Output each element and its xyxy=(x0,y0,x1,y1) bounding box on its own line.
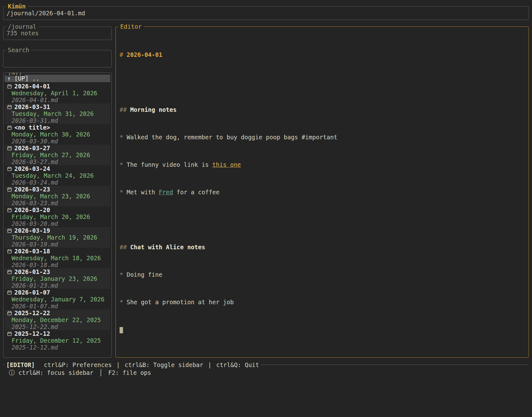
app-title: Kimün xyxy=(6,3,27,10)
note-list-item[interactable]: 2026-03-23 Monday, March 23, 2026 2026-0… xyxy=(5,186,110,206)
notes-list: 2026-04-01 Wednesday, April 1, 2026 2026… xyxy=(5,83,110,351)
editor-line-bullet-video: *The funny video link is this one xyxy=(120,161,525,168)
mode-indicator: [EDITOR] xyxy=(6,361,35,368)
note-title: <no title> xyxy=(14,124,50,131)
editor-line-bullet-fred: *Met with Fred for a coffee xyxy=(120,189,525,196)
note-title: 2026-03-27 xyxy=(14,145,50,151)
note-date: Wednesday, January 7, 2026 xyxy=(7,296,110,303)
editor-panel-title: Editor xyxy=(118,23,144,30)
md-bullet-marker: * xyxy=(120,134,123,141)
note-list-item[interactable]: 2026-04-01 Wednesday, April 1, 2026 2026… xyxy=(5,83,110,103)
editor-cursor-line xyxy=(120,326,525,333)
folder-panel-title: /journal xyxy=(6,23,38,30)
section-heading-morning: Morning notes xyxy=(130,106,177,113)
link-this-one[interactable]: this one xyxy=(212,161,241,168)
note-list-item[interactable]: 2026-03-27 Friday, March 27, 2026 2026-0… xyxy=(5,145,110,165)
md-h2-marker: ## xyxy=(120,106,127,113)
note-filename: 2025-12-22.md xyxy=(7,323,110,330)
main-area: /journal 735 notes Search [N↓] ↑ [UP] .. xyxy=(3,27,529,358)
calendar-icon xyxy=(7,208,12,212)
calendar-icon xyxy=(7,270,12,274)
note-list-item[interactable]: 2026-03-19 Thursday, March 19, 2026 2026… xyxy=(5,227,110,248)
note-filename: 2026-01-07.md xyxy=(7,303,110,310)
status-bar: [EDITOR] ctrl&P: Preferences | ctrl&B: T… xyxy=(3,365,529,376)
note-filename: 2026-03-24.md xyxy=(7,179,110,186)
note-title: 2026-01-23 xyxy=(14,268,50,275)
editor-line-bullet-promotion: *She got a promotion at her job xyxy=(120,299,525,305)
note-filename: 2026-03-31.md xyxy=(7,117,110,124)
note-date: Tuesday, March 31, 2026 xyxy=(7,110,110,117)
note-title: 2026-04-01 xyxy=(14,83,50,90)
note-date: Wednesday, March 18, 2026 xyxy=(7,255,110,261)
bullet-text: The funny video link is xyxy=(126,161,212,168)
note-date: Monday, March 23, 2026 xyxy=(7,193,110,200)
note-heading: 2026-04-01 xyxy=(126,51,162,58)
note-title: 2026-03-24 xyxy=(14,165,50,172)
md-bullet-marker: * xyxy=(120,271,123,278)
calendar-icon xyxy=(7,187,12,192)
bullet-text: She got a promotion at her job xyxy=(126,299,234,305)
md-bullet-marker: * xyxy=(120,299,123,305)
editor-line-bullet-fine: *Doing fine xyxy=(120,271,525,278)
note-filename: 2026-03-27.md xyxy=(7,158,110,165)
note-list-item[interactable]: 2026-03-18 Wednesday, March 18, 2026 202… xyxy=(5,248,110,268)
hashtag-important: #important xyxy=(302,134,337,141)
editor-blank-line xyxy=(120,216,525,223)
hint-preferences: ctrl&P: Preferences xyxy=(44,361,112,368)
calendar-icon xyxy=(7,84,12,89)
note-title: 2026-03-19 xyxy=(14,227,50,234)
note-list-item[interactable]: <no title> Monday, March 30, 2026 2026-0… xyxy=(5,124,110,145)
note-filename: 2026-03-19.md xyxy=(7,241,110,248)
note-title: 2026-01-07 xyxy=(14,289,50,296)
note-list-item[interactable]: 2026-01-23 Friday, January 23, 2026 2026… xyxy=(5,268,110,289)
note-title: 2026-03-18 xyxy=(14,248,50,255)
note-list-item[interactable]: 2026-01-07 Wednesday, January 7, 2026 20… xyxy=(5,289,110,310)
bullet-text: for a coffee xyxy=(173,189,219,196)
calendar-icon xyxy=(7,331,12,336)
note-date: Thursday, March 19, 2026 xyxy=(7,234,110,241)
calendar-icon xyxy=(7,311,12,315)
editor-line-h2-morning: ##Morning notes xyxy=(120,106,525,113)
md-bullet-marker: * xyxy=(120,161,123,168)
note-filename: 2026-03-20.md xyxy=(7,220,110,227)
calendar-icon xyxy=(7,290,12,295)
calendar-icon xyxy=(7,228,12,233)
hint-separator: | xyxy=(208,361,211,368)
hint-toggle-sidebar: ctrl&B: Toggle sidebar xyxy=(125,361,203,368)
note-date: Monday, March 30, 2026 xyxy=(7,131,110,138)
hint-separator: │ xyxy=(99,369,102,376)
hint-focus-sidebar: ctrl&H: focus sidebar xyxy=(18,369,93,376)
editor-panel: Editor #2026-04-01 ##Morning notes *Walk… xyxy=(116,27,529,358)
link-fred[interactable]: Fred xyxy=(159,189,173,196)
note-list-item[interactable]: 2026-03-31 Tuesday, March 31, 2026 2026-… xyxy=(5,103,110,124)
note-title: 2026-03-20 xyxy=(14,206,50,213)
calendar-icon xyxy=(7,125,12,130)
note-date: Friday, December 12, 2025 xyxy=(7,337,110,344)
search-panel: Search xyxy=(3,50,112,67)
search-panel-title: Search xyxy=(6,47,31,53)
search-input[interactable] xyxy=(3,54,111,63)
note-title: 2025-12-22 xyxy=(14,310,50,316)
note-list-item[interactable]: 2026-03-24 Tuesday, March 24, 2026 2026-… xyxy=(5,165,110,186)
app-header: Kimün /journal/2026-04-01.md xyxy=(3,6,529,20)
notes-list-title: [N↓] xyxy=(6,72,24,76)
note-filename: 2026-04-01.md xyxy=(7,97,110,103)
note-list-item[interactable]: 2025-12-12 Friday, December 12, 2025 202… xyxy=(5,330,110,351)
note-filename: 2026-01-23.md xyxy=(7,282,110,289)
editor-content[interactable]: #2026-04-01 ##Morning notes *Walked the … xyxy=(116,27,529,357)
md-h1-marker: # xyxy=(120,51,123,58)
note-filename: 2026-03-30.md xyxy=(7,138,110,145)
note-date: Friday, January 23, 2026 xyxy=(7,275,110,282)
note-list-item[interactable]: 2025-12-22 Monday, December 22, 2025 202… xyxy=(5,310,110,330)
bullet-text: Walked the dog, remember to buy doggie p… xyxy=(126,134,302,141)
note-date: Monday, December 22, 2025 xyxy=(7,316,110,323)
editor-blank-line xyxy=(120,79,525,86)
calendar-icon xyxy=(7,166,12,171)
status-line-1: [EDITOR] ctrl&P: Preferences | ctrl&B: T… xyxy=(4,361,261,368)
text-cursor xyxy=(120,327,123,333)
note-date: Tuesday, March 24, 2026 xyxy=(7,172,110,179)
note-list-item[interactable]: 2026-03-20 Friday, March 20, 2026 2026-0… xyxy=(5,206,110,227)
editor-line-h1: #2026-04-01 xyxy=(120,51,525,58)
hint-quit: ctrl&Q: Quit xyxy=(216,361,259,368)
md-bullet-marker: * xyxy=(120,189,123,196)
